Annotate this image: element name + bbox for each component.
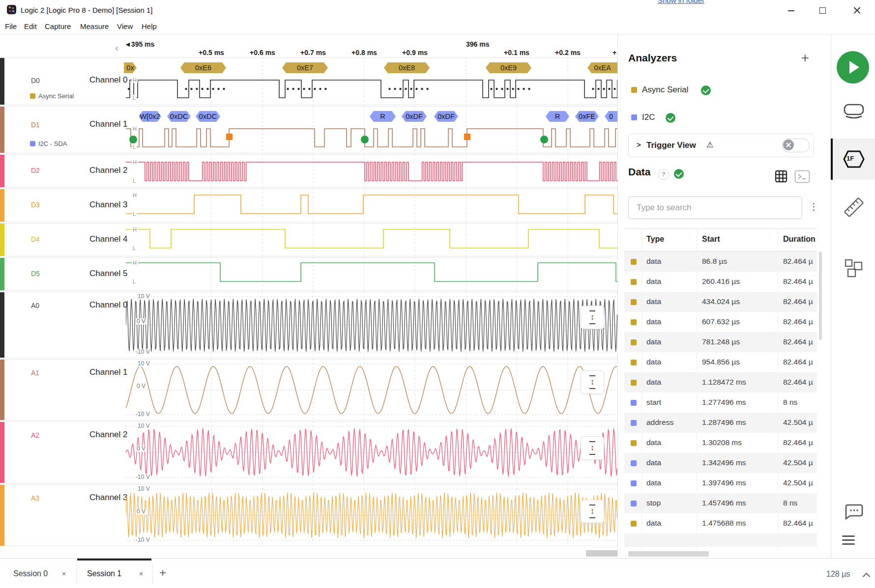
play-button[interactable] (837, 51, 869, 84)
table-row[interactable]: data607.632 µs82.464 µ (624, 312, 817, 332)
protocol-bubble[interactable]: 0xEA (587, 62, 617, 73)
menu-measure[interactable]: Measure (80, 22, 109, 30)
cell-start: 86.8 µs (702, 257, 727, 266)
i2c-start-marker[interactable] (540, 136, 548, 143)
waveform-d3[interactable] (126, 188, 617, 223)
help-icon[interactable]: ? (658, 169, 669, 180)
waveform-a2[interactable] (126, 421, 617, 484)
table-row[interactable]: data260.416 µs82.464 µ (624, 272, 817, 292)
menu-edit[interactable]: Edit (24, 22, 37, 30)
sidebar-analyzer-async-serial[interactable]: Async Serial (642, 85, 688, 95)
waveform-a3[interactable] (126, 484, 617, 547)
table-row[interactable]: stop1.457496 ms8 ns (624, 493, 817, 513)
expand-chevron-icon[interactable]: > (637, 140, 641, 149)
protocol-bubble[interactable]: 0xDF (402, 111, 427, 122)
volt-label-top: 10 V (137, 486, 151, 492)
menu-file[interactable]: File (5, 22, 17, 30)
minimize-button[interactable] (784, 4, 798, 17)
protocol-bubble[interactable]: R (546, 111, 569, 122)
protocol-bubble[interactable]: 0xDF (434, 111, 458, 122)
volt-label-bottom: -10 V (135, 474, 151, 480)
protocol-bubble[interactable]: R (370, 111, 396, 122)
table-row[interactable]: data1.30208 ms82.464 µ (624, 433, 817, 453)
ruler-minor-label: +0.1 ms (504, 49, 529, 56)
volt-label-bottom: -10 V (135, 349, 151, 355)
pan-left-icon[interactable]: ‹ (115, 43, 118, 52)
show-in-folder-link[interactable]: Show in folder (658, 0, 704, 4)
maximize-button[interactable] (815, 4, 830, 17)
waveform-d2[interactable] (126, 154, 617, 188)
table-row[interactable]: start1.277496 ms8 ns (624, 392, 817, 413)
cell-duration: 82.464 µ (783, 297, 816, 306)
col-header-type[interactable]: Type (646, 235, 664, 244)
table-row[interactable]: data1.397496 ms42.504 µ (624, 473, 817, 493)
sidebar-analyzer-i2c[interactable]: I2C (642, 112, 655, 122)
col-header-start[interactable]: Start (702, 235, 720, 244)
session-tab-1[interactable]: Session 1 (87, 569, 121, 578)
cell-duration: 8 ns (783, 499, 816, 507)
col-header-duration[interactable]: Duration (783, 235, 816, 244)
session-tab-0[interactable]: Session 0 (13, 569, 48, 578)
i2c-start-marker[interactable] (129, 136, 137, 143)
trigger-view-label: Trigger View (646, 140, 696, 150)
waveform-d5[interactable] (126, 257, 617, 291)
trigger-view-panel[interactable]: > Trigger View ⚠ (628, 134, 814, 157)
table-row[interactable]: data954.856 µs82.464 µ (624, 352, 817, 372)
table-hscrollbar[interactable] (628, 551, 709, 557)
i2c-stop-marker[interactable] (226, 134, 233, 140)
waveform-a0[interactable] (126, 291, 617, 359)
window-title: Logic 2 [Logic Pro 8 - Demo] [Session 1] (21, 6, 152, 14)
measurements-ruler-icon[interactable] (842, 196, 866, 218)
add-analyzer-button[interactable]: + (801, 51, 809, 66)
waveform-d4[interactable] (126, 223, 617, 257)
extensions-icon[interactable] (842, 258, 866, 279)
protocol-bubble[interactable]: 0xFE (575, 111, 599, 122)
analog-scale-button[interactable]: ↕ (581, 436, 604, 460)
protocol-bubble[interactable]: 0xE6 (180, 62, 226, 73)
table-view-icon[interactable] (775, 170, 788, 183)
ruler-minor-label: +0.6 ms (250, 49, 275, 56)
analog-scale-button[interactable]: ↕ (581, 306, 604, 329)
terminal-view-icon[interactable] (794, 170, 810, 183)
analyzer-color-square (631, 114, 637, 120)
analog-scale-button[interactable]: ↕ (581, 500, 604, 523)
table-row[interactable]: data434.024 µs82.464 µ (624, 292, 817, 312)
close-tab-icon[interactable]: × (139, 570, 143, 578)
protocol-bubble[interactable]: 0xDC (167, 111, 191, 122)
protocol-bubble[interactable]: 0xDC (196, 111, 220, 122)
menu-view[interactable]: View (117, 22, 133, 30)
add-session-button[interactable]: + (159, 566, 166, 580)
analog-scale-button[interactable]: ↕ (581, 370, 604, 394)
device-icon[interactable] (842, 103, 866, 120)
table-vscrollbar[interactable] (819, 252, 822, 340)
cell-start: 781.248 µs (702, 337, 740, 346)
table-options-icon[interactable]: ⋮ (809, 201, 818, 212)
menu-help[interactable]: Help (142, 22, 157, 30)
analyzer-ok-badge (666, 113, 675, 123)
close-button[interactable] (849, 4, 864, 17)
i2c-stop-marker[interactable] (464, 134, 470, 140)
waveform-a1[interactable] (126, 359, 617, 421)
search-input[interactable] (628, 196, 802, 219)
zoom-level-label[interactable]: 128 µs (826, 570, 850, 579)
cell-duration: 42.504 µ (783, 418, 816, 427)
close-tab-icon[interactable]: × (62, 570, 66, 578)
protocol-bubble[interactable]: 0xE8 (384, 62, 430, 73)
table-row[interactable]: address1.287496 ms42.504 µ (624, 413, 817, 433)
table-row[interactable]: data86.8 µs82.464 µ (624, 252, 817, 272)
table-row[interactable]: data1.128472 ms82.464 µ (624, 372, 817, 392)
protocol-bubble[interactable]: W[0x2 (139, 111, 161, 122)
menu-capture[interactable]: Capture (45, 22, 71, 30)
table-row[interactable]: data1.342496 ms42.504 µ (624, 453, 817, 473)
i2c-start-marker[interactable] (361, 136, 369, 143)
protocol-bubble[interactable]: 0xE7 (282, 62, 328, 73)
table-row[interactable]: data781.248 µs82.464 µ (624, 332, 817, 352)
logic2-window: Logic 2 [Logic Pro 8 - Demo] [Session 1]… (0, 0, 875, 588)
analyzer-color-square (631, 87, 637, 93)
table-row[interactable]: data1.475688 ms82.464 µ (624, 513, 817, 533)
feedback-chat-icon[interactable] (842, 502, 866, 522)
main-menu-icon[interactable] (842, 535, 855, 547)
trigger-view-toggle[interactable] (782, 139, 810, 152)
waveform-hscrollbar[interactable] (586, 550, 617, 557)
protocol-bubble[interactable]: 0xE9 (486, 62, 531, 73)
